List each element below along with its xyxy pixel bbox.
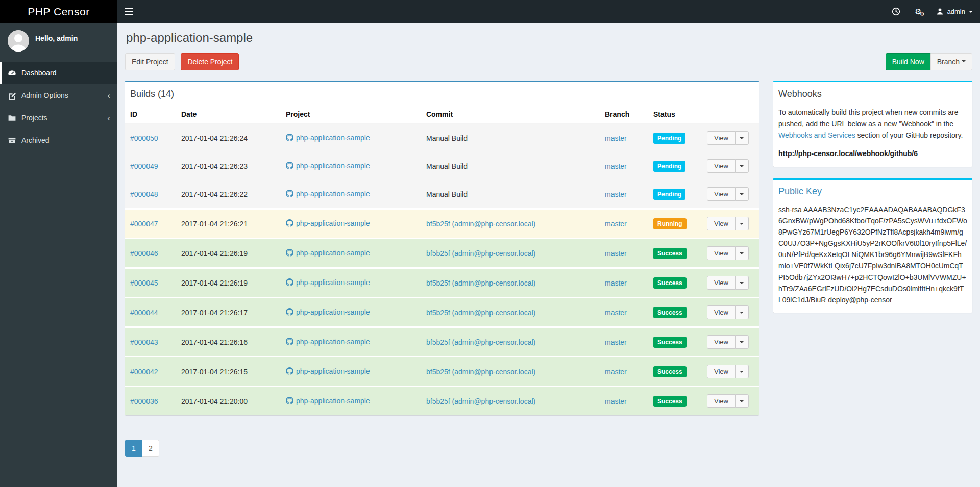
build-id-link[interactable]: #000044 xyxy=(130,309,158,317)
page-button-2[interactable]: 2 xyxy=(142,440,159,457)
user-menu-button[interactable]: admin xyxy=(929,0,980,23)
project-link[interactable]: php-application-sample xyxy=(286,190,370,198)
project-link-label: php-application-sample xyxy=(296,190,370,198)
build-id-link[interactable]: #000050 xyxy=(130,134,158,142)
project-link[interactable]: php-application-sample xyxy=(286,134,370,142)
build-id-link[interactable]: #000047 xyxy=(130,220,158,228)
github-icon xyxy=(286,278,293,286)
view-dropdown-button[interactable] xyxy=(735,365,749,378)
project-link[interactable]: php-application-sample xyxy=(286,162,370,170)
commit-text[interactable]: bf5b25f (admin@php-censor.local) xyxy=(426,368,535,376)
project-link[interactable]: php-application-sample xyxy=(286,278,370,287)
view-dropdown-button[interactable] xyxy=(735,335,749,349)
table-row: #000049 2017-01-04 21:26:23 php-applicat… xyxy=(125,152,759,180)
view-button[interactable]: View xyxy=(707,217,736,230)
branch-link[interactable]: master xyxy=(605,279,627,287)
commit-text[interactable]: bf5b25f (admin@php-censor.local) xyxy=(426,397,535,405)
page-button-1[interactable]: 1 xyxy=(125,440,142,457)
sidebar-item-admin-options[interactable]: Admin Options ‹ xyxy=(0,84,117,107)
build-id-link[interactable]: #000043 xyxy=(130,338,158,346)
branch-link[interactable]: master xyxy=(605,220,627,228)
project-link[interactable]: php-application-sample xyxy=(286,397,370,405)
sidebar-item-archived[interactable]: Archived xyxy=(0,129,117,151)
chevron-down-icon xyxy=(740,193,744,197)
view-button[interactable]: View xyxy=(707,159,736,173)
commit-text[interactable]: bf5b25f (admin@php-censor.local) xyxy=(426,338,535,346)
build-date: 2017-01-04 21:26:22 xyxy=(176,180,281,209)
project-link[interactable]: php-application-sample xyxy=(286,219,370,227)
view-button-group: View xyxy=(707,131,749,145)
project-link-label: php-application-sample xyxy=(296,308,370,316)
chevron-down-icon xyxy=(740,223,744,227)
public-key-panel-title[interactable]: Public Key xyxy=(773,180,972,203)
branch-link[interactable]: master xyxy=(605,397,627,405)
chevron-down-icon xyxy=(969,11,973,15)
settings-button[interactable]: ⚙⚙ xyxy=(908,0,928,23)
sidebar-toggle-button[interactable] xyxy=(117,0,141,23)
view-button[interactable]: View xyxy=(707,335,736,349)
view-dropdown-button[interactable] xyxy=(735,159,749,173)
edit-project-button[interactable]: Edit Project xyxy=(125,53,175,70)
commit-text[interactable]: Manual Build xyxy=(426,190,468,198)
sidebar-item-projects[interactable]: Projects ‹ xyxy=(0,107,117,129)
project-link[interactable]: php-application-sample xyxy=(286,367,370,375)
table-row: #000044 2017-01-04 21:26:17 php-applicat… xyxy=(125,298,759,327)
branch-link[interactable]: master xyxy=(605,309,627,317)
view-button[interactable]: View xyxy=(707,187,736,201)
branch-link[interactable]: master xyxy=(605,368,627,376)
gears-icon: ⚙⚙ xyxy=(915,8,921,15)
build-date: 2017-01-04 21:26:21 xyxy=(176,209,281,239)
branch-link[interactable]: master xyxy=(605,249,627,258)
project-link-label: php-application-sample xyxy=(296,134,370,142)
commit-text[interactable]: bf5b25f (admin@php-censor.local) xyxy=(426,220,535,228)
github-icon xyxy=(286,162,293,169)
view-button-group: View xyxy=(707,394,749,408)
project-link[interactable]: php-application-sample xyxy=(286,308,370,316)
build-id-link[interactable]: #000036 xyxy=(130,397,158,405)
commit-text[interactable]: Manual Build xyxy=(426,134,468,142)
build-date: 2017-01-04 21:26:15 xyxy=(176,357,281,387)
view-dropdown-button[interactable] xyxy=(735,394,749,408)
commit-text[interactable]: bf5b25f (admin@php-censor.local) xyxy=(426,279,535,287)
view-dropdown-button[interactable] xyxy=(735,305,749,319)
commit-text[interactable]: Manual Build xyxy=(426,162,468,170)
sidebar-greeting: Hello, admin xyxy=(35,30,78,42)
view-button[interactable]: View xyxy=(707,365,736,378)
dashboard-icon xyxy=(8,69,16,78)
view-dropdown-button[interactable] xyxy=(735,131,749,145)
view-button[interactable]: View xyxy=(707,131,736,145)
sidebar-item-dashboard[interactable]: Dashboard xyxy=(0,62,117,84)
build-id-link[interactable]: #000042 xyxy=(130,368,158,376)
branch-link[interactable]: master xyxy=(605,190,627,198)
branch-link[interactable]: master xyxy=(605,338,627,346)
build-id-link[interactable]: #000048 xyxy=(130,190,158,198)
build-id-link[interactable]: #000049 xyxy=(130,162,158,170)
delete-project-button[interactable]: Delete Project xyxy=(181,53,239,70)
view-button[interactable]: View xyxy=(707,246,736,260)
view-button[interactable]: View xyxy=(707,276,736,290)
view-dropdown-button[interactable] xyxy=(735,276,749,290)
branch-link[interactable]: master xyxy=(605,134,627,142)
webhooks-services-link[interactable]: Webhooks and Services xyxy=(778,131,855,139)
commit-text[interactable]: bf5b25f (admin@php-censor.local) xyxy=(426,309,535,317)
avatar xyxy=(8,30,29,52)
build-now-button[interactable]: Build Now xyxy=(886,53,931,70)
view-button-group: View xyxy=(707,335,749,349)
branch-dropdown-button[interactable]: Branch xyxy=(930,53,972,70)
build-id-link[interactable]: #000045 xyxy=(130,279,158,287)
view-button[interactable]: View xyxy=(707,305,736,319)
timeline-button[interactable] xyxy=(885,0,908,23)
view-button[interactable]: View xyxy=(707,394,736,408)
branch-link[interactable]: master xyxy=(605,162,627,170)
project-link[interactable]: php-application-sample xyxy=(286,249,370,257)
project-link-label: php-application-sample xyxy=(296,338,370,346)
view-dropdown-button[interactable] xyxy=(735,217,749,230)
top-navbar: PHP Censor ⚙⚙ admin xyxy=(0,0,980,23)
commit-text[interactable]: bf5b25f (admin@php-censor.local) xyxy=(426,249,535,258)
build-id-link[interactable]: #000046 xyxy=(130,249,158,258)
view-dropdown-button[interactable] xyxy=(735,246,749,260)
status-badge: Success xyxy=(653,366,687,377)
table-row: #000043 2017-01-04 21:26:16 php-applicat… xyxy=(125,327,759,357)
view-dropdown-button[interactable] xyxy=(735,187,749,201)
project-link[interactable]: php-application-sample xyxy=(286,338,370,346)
